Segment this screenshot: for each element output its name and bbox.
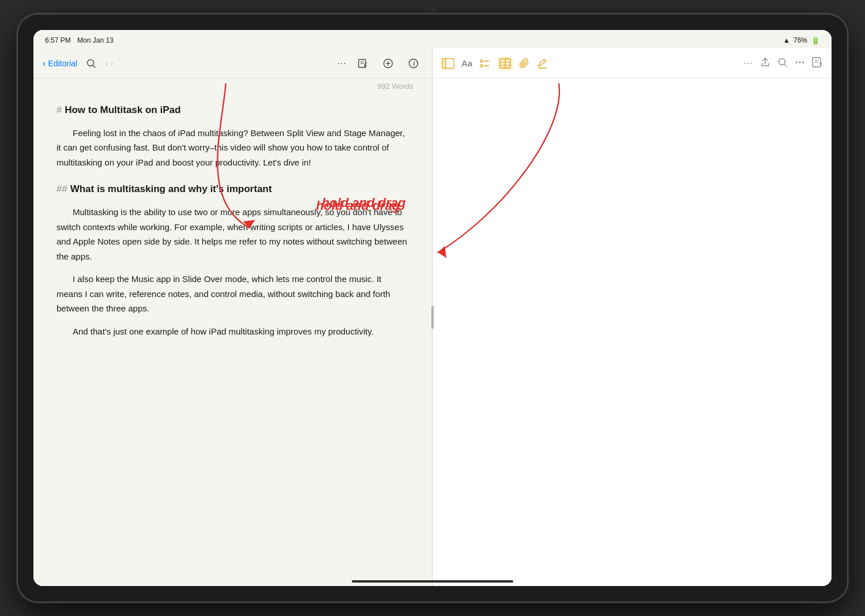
- more-options-dots-right[interactable]: ···: [744, 58, 753, 69]
- right-toolbar-right: ···: [744, 57, 822, 70]
- markup-icon: [537, 58, 548, 69]
- battery-percent: 76%: [793, 36, 807, 44]
- new-note-icon: [812, 57, 822, 67]
- h2-text: What is multitasking and why it's import…: [70, 183, 272, 194]
- new-note-button[interactable]: [812, 57, 822, 70]
- search-notes-icon: [777, 57, 788, 67]
- time: 6:57 PM: [45, 36, 71, 44]
- share-icon-right: [760, 57, 770, 67]
- ipad-frame: 6:57 PM Mon Jan 13 ▲ 76% 🔋 ‹ Editor: [17, 14, 848, 602]
- svg-text:i: i: [413, 61, 415, 67]
- ipad-screen: 6:57 PM Mon Jan 13 ▲ 76% 🔋 ‹ Editor: [33, 30, 832, 586]
- text-format-button[interactable]: Aa: [461, 58, 472, 68]
- share-icon: [383, 58, 393, 69]
- notes-content: [432, 78, 832, 586]
- attachment-icon: [520, 58, 530, 69]
- svg-point-0: [87, 59, 93, 66]
- right-pane: Aa: [432, 48, 832, 586]
- svg-point-28: [796, 61, 798, 63]
- more-button-right[interactable]: [795, 57, 805, 70]
- split-view-divider[interactable]: [430, 48, 435, 586]
- svg-point-15: [480, 60, 483, 62]
- checklist-button[interactable]: [479, 58, 491, 69]
- back-label: Editorial: [48, 59, 77, 68]
- battery-icon: 🔋: [811, 36, 820, 45]
- heading-2: ## What is multitasking and why it's imp…: [57, 181, 409, 198]
- sidebar-toggle-button[interactable]: [442, 58, 454, 69]
- search-button[interactable]: [82, 54, 100, 73]
- heading-1: # How to Multitask on iPad: [57, 102, 409, 119]
- info-button[interactable]: i: [404, 54, 423, 73]
- left-toolbar-right: ···: [337, 54, 423, 73]
- attachment-button[interactable]: [520, 58, 530, 69]
- camera: [430, 7, 435, 12]
- sidebar-icon: [442, 58, 454, 69]
- compose-button[interactable]: [353, 54, 372, 73]
- svg-point-27: [799, 61, 801, 63]
- date: Mon Jan 13: [77, 36, 114, 44]
- compose-icon: [358, 58, 368, 69]
- search-icon: [86, 58, 96, 69]
- back-button[interactable]: ‹ Editorial: [43, 58, 77, 69]
- svg-point-25: [779, 58, 785, 65]
- nav-arrows: ‹ ›: [105, 58, 114, 69]
- status-bar-right: ▲ 76% 🔋: [783, 36, 820, 45]
- info-icon: i: [408, 58, 419, 69]
- svg-line-26: [785, 64, 787, 66]
- editor-content: # How to Multitask on iPad Feeling lost …: [33, 93, 432, 586]
- svg-point-17: [480, 65, 483, 67]
- share-button[interactable]: [379, 54, 397, 73]
- svg-rect-14: [442, 59, 446, 68]
- wifi-icon: ▲: [783, 36, 790, 44]
- list-icon: [479, 58, 491, 69]
- right-toolbar-left: Aa: [442, 57, 744, 70]
- more-options-dots-left[interactable]: ···: [337, 58, 347, 69]
- divider-pill: [431, 306, 434, 329]
- share-button-right[interactable]: [760, 57, 770, 70]
- left-toolbar: ‹ Editorial ‹ ›: [33, 48, 432, 78]
- status-bar: 6:57 PM Mon Jan 13 ▲ 76% 🔋: [33, 30, 832, 48]
- nav-back-arrow[interactable]: ‹: [105, 58, 108, 69]
- paragraph-4: And that's just one example of how iPad …: [57, 324, 409, 339]
- paragraph-2: Multitasking is the ability to use two o…: [57, 205, 409, 264]
- more-icon: [795, 57, 805, 67]
- h1-text: How to Multitask on iPad: [65, 104, 180, 115]
- paragraph-3: I also keep the Music app in Slide Over …: [57, 272, 409, 316]
- search-notes-button[interactable]: [777, 57, 788, 70]
- svg-point-24: [545, 61, 546, 62]
- svg-line-1: [93, 65, 95, 67]
- right-toolbar: Aa: [432, 48, 832, 78]
- split-view: ‹ Editorial ‹ ›: [33, 48, 832, 586]
- status-bar-left: 6:57 PM Mon Jan 13: [45, 36, 114, 44]
- table-icon: [499, 58, 511, 69]
- h1-prefix: #: [57, 104, 65, 115]
- left-toolbar-left: ‹ Editorial ‹ ›: [43, 54, 337, 73]
- nav-forward-arrow[interactable]: ›: [110, 58, 113, 69]
- paragraph-1: Feeling lost in the chaos of iPad multit…: [57, 126, 409, 170]
- word-count: 992 Words: [33, 78, 432, 93]
- left-pane: ‹ Editorial ‹ ›: [33, 48, 432, 586]
- svg-point-29: [803, 61, 804, 63]
- back-chevron-icon: ‹: [43, 58, 46, 69]
- markup-button[interactable]: [537, 58, 548, 69]
- h2-prefix: ##: [57, 183, 70, 194]
- table-button[interactable]: [498, 57, 513, 70]
